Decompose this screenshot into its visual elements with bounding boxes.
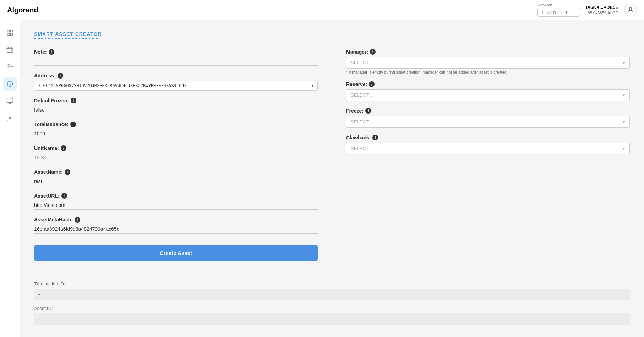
transaction-id-value: - — [34, 289, 630, 300]
reserve-info-icon[interactable]: i — [369, 81, 375, 87]
sidebar — [0, 20, 20, 337]
svg-rect-2 — [7, 30, 9, 32]
clawback-placeholder: SELECT... — [351, 146, 372, 151]
unit-name-info-icon[interactable]: i — [61, 145, 66, 151]
freeze-chevron-icon: ▾ — [623, 119, 625, 124]
asset-url-field: AssetURL: i — [34, 193, 318, 210]
svg-rect-4 — [7, 33, 9, 36]
manager-field: Manager: i SELECT... ▾ * If manager is e… — [346, 49, 630, 74]
default-frozen-field: DefaultFrozen: i false — [34, 98, 318, 114]
chevron-down-icon: ▾ — [565, 10, 568, 15]
sidebar-item-accounts[interactable] — [3, 60, 17, 74]
asset-url-info-icon[interactable]: i — [61, 193, 67, 199]
network-dropdown[interactable]: TESTNET ▾ — [537, 8, 580, 17]
address-dropdown[interactable]: 7TGC4XLSP6GQSVYHIDV7UJMFEEKJR6VUL46JXEK2… — [34, 81, 318, 91]
app-header: Algorand Network TESTNET ▾ IA6KX...PDE5E… — [0, 0, 644, 20]
sidebar-item-wallet[interactable] — [3, 43, 17, 57]
freeze-label: Freeze: i — [346, 108, 630, 114]
asset-name-info-icon[interactable]: i — [65, 169, 70, 175]
logo: Algorand — [7, 5, 46, 15]
right-column: Manager: i SELECT... ▾ * If manager is e… — [346, 49, 630, 271]
transaction-id-label: Transaction ID: — [34, 281, 630, 287]
address-info-icon[interactable]: i — [58, 73, 63, 79]
address-field: Address: i 7TGC4XLSP6GQSVYHIDV7UJMFEEKJR… — [34, 73, 318, 91]
note-input[interactable] — [34, 57, 318, 66]
reserve-chevron-icon: ▾ — [623, 92, 625, 98]
header-right: Network TESTNET ▾ IA6KX...PDE5E 85.04385… — [537, 3, 637, 17]
svg-point-1 — [629, 7, 632, 10]
reserve-dropdown[interactable]: SELECT... ▾ — [346, 89, 630, 101]
create-asset-button[interactable]: Create Asset — [34, 245, 318, 261]
clawback-chevron-icon: ▾ — [623, 146, 625, 151]
total-issuance-input[interactable] — [34, 129, 318, 138]
asset-meta-hash-input[interactable] — [34, 225, 318, 234]
unit-name-input[interactable] — [34, 153, 318, 162]
address-value: 7TGC4XLSP6GQSVYHIDV7UJMFEEKJR6VUL46JXEK2… — [38, 83, 187, 88]
user-avatar-button[interactable] — [624, 4, 637, 16]
address-label: Address: i — [34, 73, 318, 79]
reserve-field: Reserve: i SELECT... ▾ — [346, 81, 630, 101]
reserve-placeholder: SELECT... — [351, 92, 372, 98]
reserve-label: Reserve: i — [346, 81, 630, 87]
asset-meta-hash-info-icon[interactable]: i — [75, 217, 80, 223]
total-issuance-field: TotalIssuance: i — [34, 122, 318, 138]
results-section: Transaction ID: - Asset ID: - — [34, 281, 630, 325]
left-column: Note: i Address: i 7TGC4XLSP6GQSVYHIDV7U… — [34, 49, 318, 271]
svg-text:Algorand: Algorand — [7, 6, 38, 14]
asset-id-value: - — [34, 313, 630, 325]
freeze-dropdown[interactable]: SELECT... ▾ — [346, 116, 630, 128]
clawback-info-icon[interactable]: i — [372, 135, 378, 140]
page-title: SMART ASSET CREATOR — [34, 31, 630, 37]
asset-id-label: Asset ID: — [34, 306, 630, 311]
note-label: Note: i — [34, 49, 318, 55]
asset-meta-hash-field: AssetMetaHash: i — [34, 217, 318, 234]
total-issuance-label: TotalIssuance: i — [34, 122, 318, 127]
asset-url-input[interactable] — [34, 201, 318, 210]
manager-dropdown[interactable]: SELECT... ▾ — [346, 57, 630, 69]
network-selector: Network TESTNET ▾ — [537, 3, 580, 17]
network-label: Network — [537, 3, 552, 7]
note-field: Note: i — [34, 49, 318, 66]
svg-rect-3 — [10, 30, 12, 32]
sidebar-item-dashboard[interactable] — [3, 26, 17, 40]
manager-placeholder: SELECT... — [351, 60, 372, 65]
account-id: IA6KX...PDE5E — [586, 5, 618, 10]
form-grid: Note: i Address: i 7TGC4XLSP6GQSVYHIDV7U… — [34, 49, 630, 271]
svg-point-8 — [8, 64, 10, 67]
unit-name-label: UnitName: i — [34, 145, 318, 151]
asset-url-label: AssetURL: i — [34, 193, 318, 199]
total-issuance-info-icon[interactable]: i — [70, 122, 76, 127]
address-chevron-icon: ▾ — [311, 83, 314, 88]
freeze-placeholder: SELECT... — [351, 119, 372, 124]
asset-name-input[interactable] — [34, 177, 318, 186]
asset-name-label: AssetName: i — [34, 169, 318, 175]
manager-info-icon[interactable]: i — [370, 49, 376, 55]
section-divider — [34, 274, 630, 274]
account-info: IA6KX...PDE5E 85.043859 ALGO — [586, 5, 618, 15]
svg-rect-5 — [10, 33, 12, 36]
manager-label: Manager: i — [346, 49, 630, 55]
asset-meta-hash-label: AssetMetaHash: i — [34, 217, 318, 223]
freeze-info-icon[interactable]: i — [365, 108, 371, 114]
main-content: SMART ASSET CREATOR Note: i Address: i 7… — [20, 20, 644, 337]
sidebar-item-settings[interactable] — [3, 111, 17, 125]
sidebar-item-assets[interactable] — [3, 77, 17, 91]
clawback-label: Clawback: i — [346, 135, 630, 140]
svg-rect-6 — [7, 48, 13, 53]
default-frozen-value: false — [34, 106, 318, 114]
note-info-icon[interactable]: i — [49, 49, 54, 55]
title-divider — [34, 38, 98, 39]
default-frozen-info-icon[interactable]: i — [71, 98, 76, 103]
sidebar-item-monitor[interactable] — [3, 94, 17, 108]
clawback-field: Clawback: i SELECT... ▾ — [346, 135, 630, 154]
default-frozen-label: DefaultFrozen: i — [34, 98, 318, 103]
freeze-field: Freeze: i SELECT... ▾ — [346, 108, 630, 128]
account-balance: 85.043859 ALGO — [588, 10, 618, 15]
asset-name-field: AssetName: i — [34, 169, 318, 186]
manager-note: * If manager is empty during asset creat… — [346, 70, 630, 74]
svg-point-11 — [9, 117, 11, 119]
unit-name-field: UnitName: i — [34, 145, 318, 162]
clawback-dropdown[interactable]: SELECT... ▾ — [346, 143, 630, 154]
svg-point-7 — [11, 50, 12, 51]
svg-rect-10 — [7, 98, 13, 103]
